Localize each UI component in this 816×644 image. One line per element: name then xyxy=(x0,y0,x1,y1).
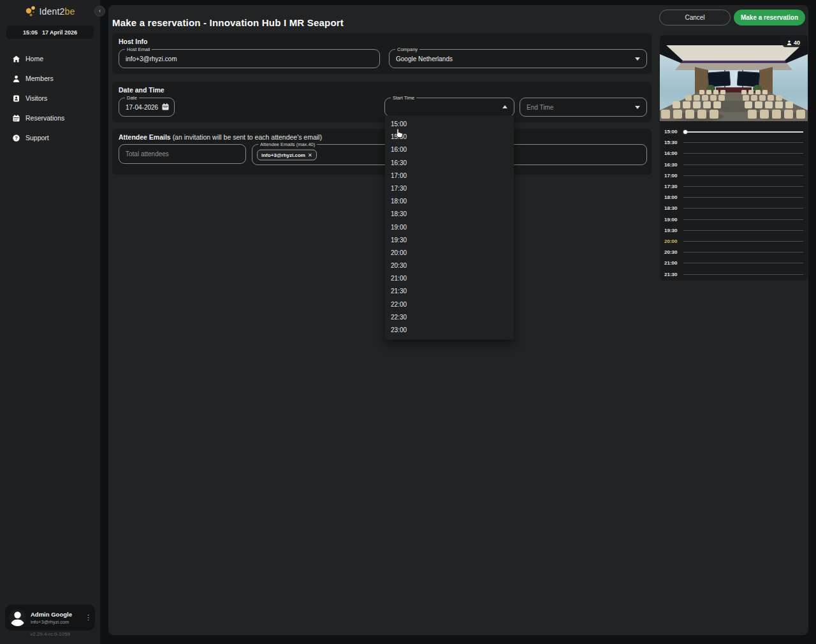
make-reservation-button[interactable]: Make a reservation xyxy=(734,10,805,26)
clock-date: 17 April 2026 xyxy=(42,29,77,36)
timeline-time-label: 15:30 xyxy=(664,140,680,145)
timeline-time-label: 19:30 xyxy=(664,228,680,233)
timeline-slider-track[interactable] xyxy=(683,274,803,275)
timeline-row[interactable]: 15:30 xyxy=(660,137,808,148)
start-time-select[interactable]: Start Time xyxy=(384,98,514,117)
host-info-section: Host Info Host Email Company Google Neth… xyxy=(112,33,652,74)
start-time-option[interactable]: 15:00 xyxy=(385,118,514,131)
timeline-slider-track[interactable] xyxy=(683,263,803,263)
company-select[interactable]: Company Google Netherlands xyxy=(389,49,647,68)
timeline-time-label: 21:00 xyxy=(664,260,680,266)
host-info-heading: Host Info xyxy=(119,38,148,45)
attendees-heading: Attendee Emails (an invitation will be s… xyxy=(119,133,322,141)
person-icon xyxy=(787,40,792,45)
timeline-row[interactable]: 15:00 xyxy=(660,126,808,137)
home-icon xyxy=(13,55,20,62)
app-version: v2.29.4-rc.0-1059 xyxy=(0,631,100,637)
date-label: Date xyxy=(125,95,139,101)
timeline-row[interactable]: 20:00 xyxy=(660,236,808,247)
date-value: 17-04-2026 xyxy=(126,104,158,111)
start-time-option[interactable]: 20:00 xyxy=(385,247,514,260)
capacity-badge: 40 xyxy=(783,38,804,47)
host-email-input[interactable] xyxy=(119,50,379,68)
start-time-label: Start Time xyxy=(391,95,416,101)
cancel-button[interactable]: Cancel xyxy=(659,10,731,26)
sidebar-item-visitors[interactable]: Visitors xyxy=(0,93,100,103)
date-field[interactable]: Date 17-04-2026 xyxy=(119,98,175,117)
user-email: info+3@rhyzi.com xyxy=(31,619,80,625)
timeline-slider-track[interactable] xyxy=(683,153,803,154)
start-time-option[interactable]: 22:00 xyxy=(385,298,514,311)
sidebar-item-members[interactable]: Members xyxy=(0,73,100,84)
timeline-time-label: 20:30 xyxy=(664,249,680,255)
chevron-down-icon xyxy=(635,57,640,61)
start-time-option[interactable]: 18:00 xyxy=(385,195,514,208)
start-time-option[interactable]: 19:30 xyxy=(385,234,514,247)
total-attendees-input[interactable] xyxy=(119,145,245,163)
start-time-option[interactable]: 20:30 xyxy=(385,260,514,272)
close-icon[interactable]: ✕ xyxy=(308,152,312,157)
room-photo: 40 xyxy=(660,35,808,121)
start-time-option[interactable]: 19:00 xyxy=(385,221,514,234)
timeline-time-label: 21:30 xyxy=(664,272,680,277)
timeline-row[interactable]: 18:30 xyxy=(660,203,808,214)
timeline-slider-track[interactable] xyxy=(683,208,803,209)
sidebar-item-home[interactable]: Home xyxy=(0,54,100,64)
timeline-time-label: 18:30 xyxy=(664,205,680,211)
timeline-row[interactable]: 16:00 xyxy=(660,148,808,159)
timeline-slider-track[interactable] xyxy=(683,241,803,242)
sidebar-collapse-button[interactable]: ‹ xyxy=(94,6,105,17)
start-time-option[interactable]: 18:30 xyxy=(385,208,514,221)
support-icon: ? xyxy=(13,135,20,142)
start-time-option[interactable]: 16:30 xyxy=(385,157,514,170)
kebab-menu-icon[interactable]: ⋮ xyxy=(85,613,91,622)
timeline-row[interactable]: 16:30 xyxy=(660,159,808,170)
start-time-option[interactable]: 21:30 xyxy=(385,285,514,298)
start-time-option[interactable]: 22:30 xyxy=(385,311,514,324)
timeline-time-label: 18:00 xyxy=(664,194,680,200)
timeline-row[interactable]: 17:00 xyxy=(660,170,808,181)
user-meta: Admin Google info+3@rhyzi.com xyxy=(31,611,80,625)
date-time-heading: Date and Time xyxy=(119,86,164,94)
sidebar-item-reservations[interactable]: Reservations xyxy=(0,113,100,123)
timeline-slider-track[interactable] xyxy=(683,142,803,143)
svg-text:?: ? xyxy=(15,135,18,141)
timeline-row[interactable]: 18:00 xyxy=(660,192,808,203)
user-card[interactable]: Admin Google info+3@rhyzi.com ⋮ xyxy=(5,604,95,631)
timeline-slider-track[interactable] xyxy=(683,252,803,252)
sidebar-item-support[interactable]: ? Support xyxy=(0,133,100,143)
timeline-time-label: 20:00 xyxy=(664,238,680,244)
start-time-option[interactable]: 23:00 xyxy=(385,324,514,337)
start-time-option[interactable]: 21:00 xyxy=(385,272,514,285)
members-icon xyxy=(13,75,20,82)
timeline-slider-track[interactable] xyxy=(683,197,803,198)
total-attendees-field[interactable] xyxy=(119,144,246,164)
timeline-time-label: 16:00 xyxy=(664,150,680,156)
timeline-slider-track[interactable] xyxy=(683,230,803,231)
start-time-option[interactable]: 16:00 xyxy=(385,143,514,156)
timeline-slider-track[interactable] xyxy=(683,165,803,165)
host-email-field[interactable]: Host Email xyxy=(119,49,380,68)
start-time-option[interactable]: 17:30 xyxy=(385,182,514,195)
start-time-option[interactable]: 15:30 xyxy=(385,131,514,143)
timeline-row[interactable]: 19:00 xyxy=(660,214,808,225)
timeline-time-label: 19:00 xyxy=(664,217,680,223)
timeline-row[interactable]: 21:00 xyxy=(660,258,808,268)
reservations-icon xyxy=(13,115,20,122)
timeline-slider-track[interactable] xyxy=(683,219,803,220)
attendee-email-chip[interactable]: info+3@rhyzi.com ✕ xyxy=(257,149,317,160)
calendar-icon[interactable] xyxy=(162,101,169,113)
timeline-row[interactable]: 20:30 xyxy=(660,247,808,258)
timeline-slider-track[interactable] xyxy=(683,186,803,187)
timeline-slider-track[interactable] xyxy=(683,131,803,133)
sidebar-item-label: Reservations xyxy=(26,114,64,122)
timeline-slider-track[interactable] xyxy=(683,175,803,176)
timeline-row[interactable]: 17:30 xyxy=(660,181,808,192)
timeline-row[interactable]: 21:30 xyxy=(660,268,808,279)
capacity-value: 40 xyxy=(794,40,800,46)
end-time-placeholder: End Time xyxy=(527,104,553,111)
start-time-option[interactable]: 17:00 xyxy=(385,170,514,182)
app-logo: Ident2be xyxy=(0,4,100,19)
end-time-select[interactable]: End Time xyxy=(520,98,647,117)
timeline-row[interactable]: 19:30 xyxy=(660,225,808,236)
